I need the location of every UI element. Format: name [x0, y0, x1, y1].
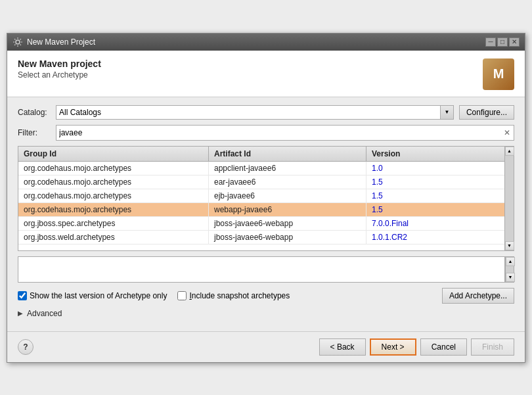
- filter-input[interactable]: [56, 126, 500, 140]
- advanced-arrow-icon: ▶: [18, 310, 23, 317]
- table-scrollbar[interactable]: ▲ ▼: [505, 146, 514, 251]
- help-button[interactable]: ?: [18, 339, 33, 355]
- cell-artifact-id: appclient-javaee6: [209, 162, 366, 175]
- scroll-track[interactable]: [505, 156, 514, 241]
- back-button[interactable]: < Back: [319, 338, 366, 356]
- catalog-label: Catalog:: [18, 108, 51, 117]
- svg-point-0: [16, 40, 20, 44]
- dialog-header: New Maven project Select an Archetype M: [7, 51, 525, 97]
- catalog-dropdown-button[interactable]: ▼: [441, 105, 454, 120]
- desc-scroll-up[interactable]: ▲: [506, 257, 515, 266]
- archetype-table: Group Id Artifact Id Version org.codehau…: [18, 146, 505, 251]
- cell-version: 1.5: [366, 189, 504, 202]
- dialog-footer: ? < Back Next > Cancel Finish: [7, 331, 525, 362]
- cell-version: 7.0.0.Final: [366, 217, 504, 230]
- cell-artifact-id: webapp-javaee6: [209, 203, 366, 216]
- minimize-button[interactable]: ─: [485, 37, 496, 47]
- cell-artifact-id: ear-javaee6: [209, 175, 366, 189]
- cancel-button[interactable]: Cancel: [420, 338, 467, 356]
- add-archetype-button[interactable]: Add Archetype...: [442, 288, 514, 304]
- show-last-version-text: Show the last version of Archetype only: [30, 291, 167, 300]
- table-row[interactable]: org.jboss.weld.archetypes jboss-javaee6-…: [18, 231, 504, 244]
- cell-group-id: org.codehaus.mojo.archetypes: [18, 203, 209, 216]
- title-bar-left: New Maven Project: [12, 37, 95, 47]
- desc-scroll-track[interactable]: [506, 266, 514, 273]
- filter-label: Filter:: [18, 128, 51, 137]
- filter-input-wrapper: ✕: [56, 125, 514, 141]
- cell-group-id: org.codehaus.mojo.archetypes: [18, 175, 209, 189]
- maximize-button[interactable]: □: [497, 37, 508, 47]
- title-bar-title: New Maven Project: [27, 37, 95, 47]
- catalog-select[interactable]: All Catalogs: [56, 105, 441, 120]
- next-button[interactable]: Next >: [370, 338, 416, 356]
- cell-group-id: org.codehaus.mojo.archetypes: [18, 189, 209, 202]
- scroll-up-arrow[interactable]: ▲: [505, 147, 514, 156]
- table-body: org.codehaus.mojo.archetypes appclient-j…: [18, 162, 504, 250]
- cell-group-id: org.jboss.spec.archetypes: [18, 217, 209, 230]
- description-wrapper: ▲ ▼: [18, 256, 514, 283]
- new-maven-project-dialog: New Maven Project ─ □ ✕ New Maven projec…: [7, 33, 525, 363]
- description-scrollbar: ▲ ▼: [505, 256, 514, 283]
- table-row-selected[interactable]: org.codehaus.mojo.archetypes webapp-java…: [18, 203, 504, 217]
- footer-left: ?: [18, 339, 33, 355]
- filter-clear-button[interactable]: ✕: [500, 126, 514, 139]
- include-snapshot-text: Include snapshot archetypes: [189, 291, 290, 300]
- options-row: Show the last version of Archetype only …: [18, 288, 514, 304]
- configure-button[interactable]: Configure...: [459, 105, 514, 120]
- cell-artifact-id: jboss-javaee6-webapp: [209, 231, 366, 244]
- dialog-body: Catalog: All Catalogs ▼ Configure... Fil…: [7, 97, 525, 331]
- dialog-subtitle: Select an Archetype: [18, 70, 101, 80]
- table-row[interactable]: org.codehaus.mojo.archetypes ejb-javaee6…: [18, 189, 504, 203]
- desc-scroll-down[interactable]: ▼: [506, 273, 515, 282]
- archetype-table-wrapper: Group Id Artifact Id Version org.codehau…: [18, 146, 514, 251]
- col-header-version[interactable]: Version: [366, 147, 504, 161]
- cell-artifact-id: jboss-javaee6-webapp: [209, 217, 366, 230]
- table-row[interactable]: org.codehaus.mojo.archetypes ear-javaee6…: [18, 175, 504, 189]
- cell-version: 1.5: [366, 203, 504, 216]
- show-last-version-checkbox[interactable]: [18, 291, 27, 300]
- advanced-row[interactable]: ▶ Advanced: [18, 309, 514, 318]
- col-header-artifact-id[interactable]: Artifact Id: [209, 147, 366, 161]
- cell-version: 1.5: [366, 175, 504, 189]
- table-row[interactable]: org.codehaus.mojo.archetypes appclient-j…: [18, 162, 504, 175]
- cell-version: 1.0: [366, 162, 504, 175]
- cell-version: 1.0.1.CR2: [366, 231, 504, 244]
- cell-group-id: org.jboss.weld.archetypes: [18, 231, 209, 244]
- table-header: Group Id Artifact Id Version: [18, 147, 504, 162]
- footer-buttons: < Back Next > Cancel Finish: [319, 338, 514, 356]
- scroll-down-arrow[interactable]: ▼: [505, 241, 514, 250]
- cell-group-id: org.codehaus.mojo.archetypes: [18, 162, 209, 175]
- show-last-version-label[interactable]: Show the last version of Archetype only: [18, 291, 167, 300]
- title-bar-buttons: ─ □ ✕: [485, 37, 520, 47]
- col-header-group-id[interactable]: Group Id: [18, 147, 209, 161]
- dialog-main-title: New Maven project: [18, 58, 101, 69]
- table-row[interactable]: org.jboss.spec.archetypes jboss-javaee6-…: [18, 217, 504, 231]
- maven-icon: M: [483, 58, 514, 90]
- finish-button[interactable]: Finish: [471, 338, 514, 356]
- gear-icon: [12, 37, 23, 47]
- dialog-header-text: New Maven project Select an Archetype: [18, 58, 101, 80]
- include-snapshot-label[interactable]: Include snapshot archetypes: [177, 291, 290, 300]
- description-box: [18, 256, 505, 283]
- close-button[interactable]: ✕: [509, 37, 520, 47]
- catalog-select-wrapper: All Catalogs ▼: [56, 105, 454, 120]
- cell-artifact-id: ejb-javaee6: [209, 189, 366, 202]
- catalog-row: Catalog: All Catalogs ▼ Configure...: [18, 105, 514, 120]
- title-bar: New Maven Project ─ □ ✕: [7, 34, 525, 51]
- advanced-label: Advanced: [27, 309, 62, 318]
- filter-row: Filter: ✕: [18, 125, 514, 141]
- include-snapshot-checkbox[interactable]: [177, 291, 187, 300]
